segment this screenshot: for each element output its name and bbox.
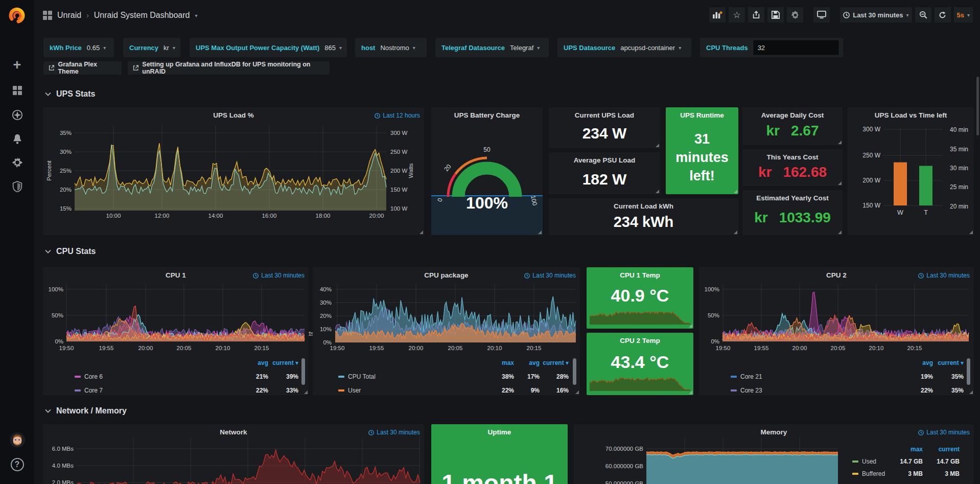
chevron-down-icon: ▾ <box>537 45 540 51</box>
refresh-button[interactable] <box>935 7 951 22</box>
legend-value: 19% <box>921 373 933 380</box>
bar-label: T <box>924 209 928 216</box>
plus-icon: + <box>13 58 21 72</box>
legend-header-max[interactable]: max <box>502 359 514 366</box>
legend-header-current[interactable]: current ▾ <box>938 359 964 366</box>
legend-header-avg[interactable]: avg <box>258 359 268 366</box>
chevron-down-icon: ▾ <box>967 12 970 18</box>
sidebar-alerting-button[interactable] <box>0 129 34 149</box>
star-dashboard-button[interactable]: ☆ <box>729 7 745 22</box>
navbar: Unraid › Unraid System Dashboard ▾ ☆ <box>0 0 980 31</box>
legend-value: 35% <box>951 373 964 380</box>
sidebar-help-button[interactable]: ? <box>0 455 34 474</box>
sidebar-explore-button[interactable] <box>0 105 34 125</box>
chevron-down-icon: ▾ <box>173 45 175 51</box>
network-chart: 6.0 MBs4.0 MBs2.0 MBs <box>43 424 424 484</box>
dashboard-scrollbar[interactable] <box>976 77 979 135</box>
dashboard-link-ups-monitoring[interactable]: Setting up Grafana and InfluxDB for UPS … <box>128 61 330 75</box>
sidebar-configuration-button[interactable] <box>0 153 34 172</box>
legend-value: 22% <box>256 387 268 394</box>
section-cpu-stats[interactable]: CPU Stats <box>45 247 96 256</box>
axis-tick: 35 min <box>950 146 968 153</box>
section-ups-stats[interactable]: UPS Stats <box>45 89 95 99</box>
legend-label[interactable]: Core 23 <box>740 387 762 394</box>
sidebar-create-button[interactable]: + <box>0 55 34 75</box>
sidebar-server-admin-button[interactable] <box>0 177 34 196</box>
variable-value-dropdown[interactable]: apcupsd-container▾ <box>620 44 681 52</box>
cpu-threads-input[interactable] <box>753 40 839 55</box>
external-link-icon <box>49 65 54 71</box>
legend-scrollbar[interactable] <box>967 358 970 385</box>
legend-header-current[interactable]: current ▾ <box>543 359 569 366</box>
panel-current-load-kwh: Current Load kWh 234 kWh <box>549 198 738 235</box>
add-panel-button[interactable] <box>709 7 726 22</box>
legend-label[interactable]: Core 21 <box>740 373 762 380</box>
link-label: Grafana Plex Theme <box>58 61 116 75</box>
panel-network: Network Last 30 minutes 6.0 MBs4.0 MBs2.… <box>43 424 424 484</box>
legend-value: 39% <box>286 373 298 380</box>
panel-title[interactable]: Current Load kWh <box>549 202 738 210</box>
share-icon <box>752 11 760 19</box>
sidebar-user-avatar[interactable] <box>0 430 34 450</box>
zoom-out-button[interactable] <box>915 7 931 22</box>
panel-title[interactable]: Average PSU Load <box>549 156 660 164</box>
save-dashboard-button[interactable] <box>767 7 784 22</box>
legend-scrollbar[interactable] <box>301 358 305 385</box>
stat-value: kr2.67 <box>742 123 843 139</box>
time-range-picker[interactable]: Last 30 minutes ▾ <box>840 7 912 22</box>
ups-load-legend: UPS Load Min: 17% Max: 32% Avg: 20% Watt… <box>43 107 424 235</box>
panel-title[interactable]: UPS Runtime <box>666 111 738 119</box>
dashboard-link-plex-theme[interactable]: Grafana Plex Theme <box>43 61 122 75</box>
legend-row: User <box>338 387 361 394</box>
legend-label[interactable]: CPU Total <box>348 373 376 380</box>
legend-value: 21% <box>256 373 268 380</box>
legend-label[interactable]: Core 7 <box>84 387 103 394</box>
variable-value-dropdown[interactable]: 0.65▾ <box>87 44 106 52</box>
memory-legend: maxcurrentUsed14.7 GB14.7 GBBuffered3 MB… <box>574 424 974 484</box>
legend-label[interactable]: User <box>348 387 361 394</box>
legend-label[interactable]: Core 6 <box>84 373 103 380</box>
dashboard-settings-button[interactable] <box>787 7 803 22</box>
panel-average-daily-cost: Average Daily Cost kr2.67 <box>742 107 843 145</box>
chevron-down-icon <box>45 249 51 253</box>
stat-value: kr162.68 <box>742 164 843 180</box>
section-network-memory[interactable]: Network / Memory <box>45 406 127 416</box>
cpu2-temp-sparkline <box>587 333 693 395</box>
panel-title[interactable]: Uptime <box>431 428 568 436</box>
refresh-interval-label: 5s <box>957 11 964 19</box>
variable-ups-max-output: UPS Max Output Power Capacity (Watt) 865… <box>190 38 347 57</box>
legend-header-max[interactable]: max <box>911 446 923 453</box>
legend-header-current[interactable]: current <box>939 446 960 453</box>
panel-title[interactable]: Estimated Yearly Cost <box>742 194 843 202</box>
grafana-dashboard: + <box>0 0 980 484</box>
panel-title[interactable]: Current UPS Load <box>549 111 660 119</box>
variable-value-dropdown[interactable]: Nostromo▾ <box>380 44 415 52</box>
breadcrumb-dashboard-title[interactable]: Unraid System Dashboard <box>94 11 190 20</box>
refresh-interval-picker[interactable]: 5s ▾ <box>954 7 973 22</box>
chevron-down-icon[interactable]: ▾ <box>195 13 197 18</box>
legend-row: Used <box>852 458 876 465</box>
panel-title[interactable]: This Years Cost <box>742 153 843 161</box>
panel-title[interactable]: Average Daily Cost <box>742 111 843 119</box>
variable-value-dropdown[interactable]: 865▾ <box>324 44 342 52</box>
legend-header-avg[interactable]: avg <box>922 359 933 366</box>
grafana-logo[interactable] <box>8 6 27 25</box>
breadcrumb-app[interactable]: Unraid <box>57 11 81 20</box>
legend-header-avg[interactable]: avg <box>529 359 540 366</box>
share-dashboard-button[interactable] <box>748 7 764 22</box>
sidebar-dashboards-button[interactable] <box>0 81 34 100</box>
variable-value-dropdown[interactable]: kr▾ <box>164 44 175 52</box>
legend-swatch <box>75 376 81 378</box>
legend-value: 22% <box>921 387 933 394</box>
legend-header-current[interactable]: current ▾ <box>272 359 298 366</box>
tv-mode-button[interactable] <box>813 7 830 22</box>
gauge-tick: 50 <box>483 146 491 153</box>
panel-cpu2-temp: CPU 2 Temp 43.4 °C <box>587 333 693 395</box>
legend-label[interactable]: Used <box>862 458 876 465</box>
legend-scrollbar[interactable] <box>573 358 576 385</box>
legend-label[interactable]: Buffered <box>862 470 885 477</box>
panel-uptime: Uptime 1 month 1 <box>431 424 568 484</box>
stat-value: 234 W <box>549 125 660 142</box>
chevron-down-icon <box>45 92 51 96</box>
variable-value-dropdown[interactable]: Telegraf▾ <box>510 44 540 52</box>
